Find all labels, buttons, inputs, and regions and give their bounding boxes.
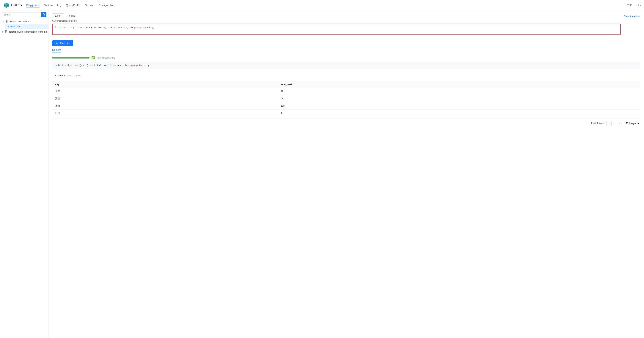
exec-time-label: Execution Time: (55, 74, 72, 77)
tree-sub-demo: ⊞ user_lab (0, 24, 48, 29)
sql-editor[interactable]: 1 select city, sum (cost) as total_cost … (52, 24, 621, 35)
tree-item-info-schema[interactable]: ▶ 🗄 default_cluster:information_schema (0, 29, 48, 34)
logo-text: DORIS (11, 3, 22, 7)
search-icon (42, 13, 45, 16)
result-table: city total_cost 北京37深圳111上海200广州30 (52, 81, 640, 117)
chevron-down-icon: ▾ (640, 4, 641, 6)
sql-cost-paren: (cost) (83, 26, 94, 29)
results-area: Results ✅ Run successfully select city, … (48, 48, 644, 338)
language-switch[interactable]: 中文 (627, 3, 632, 7)
nav-right-section: 中文 root ▾ (627, 3, 641, 7)
nav-playground[interactable]: Playground (26, 3, 40, 7)
search-button[interactable] (41, 12, 46, 17)
main-layout: ▼ 🗄 default_cluster:demo ⊞ user_lab ▶ 🗄 … (0, 10, 644, 338)
table-row: 北京37 (52, 88, 640, 95)
exec-time-value: 16 ms (74, 74, 81, 77)
editor-header: Editor Format Current Database: demo 1 s… (52, 13, 640, 35)
database-icon-info: 🗄 (5, 30, 8, 33)
search-bar (0, 10, 48, 19)
cell-city: 广州 (52, 109, 278, 117)
tree-label-demo: default_cluster:demo (9, 20, 32, 23)
table-icon-user-lab: ⊞ (8, 25, 9, 28)
pagination: Total 4 items ‹ 1 › 20 / page (52, 118, 640, 128)
prev-page-button[interactable]: ‹ (606, 121, 612, 126)
nav-system[interactable]: System (44, 3, 53, 7)
current-database-label: Current Database: demo (52, 19, 621, 22)
kw-from: from (114, 26, 120, 29)
tab-editor[interactable]: Editor (52, 13, 64, 18)
tree-label-info: default_cluster:information_schema (8, 30, 47, 33)
results-tab[interactable]: Results (52, 48, 61, 53)
editor-tab-bar: Editor Format (52, 13, 621, 18)
line-number: 1 (55, 26, 56, 33)
sql-echo: select city, sum (cost) as total_cost fr… (52, 62, 640, 69)
kw-as: as (94, 26, 96, 29)
tree-item-demo[interactable]: ▼ 🗄 default_cluster:demo (0, 19, 48, 24)
kw-sum: sum (78, 26, 82, 29)
sql-city2: city; (147, 26, 154, 29)
cell-city: 上海 (52, 102, 278, 109)
cell-city: 深圳 (52, 95, 278, 102)
top-navigation: DORIS Playground System Log QueryProfile… (0, 0, 644, 10)
editor-area: Editor Format Current Database: demo 1 s… (48, 10, 644, 38)
table-row: 广州30 (52, 109, 640, 117)
content-area: Editor Format Current Database: demo 1 s… (48, 10, 644, 338)
sql-total-cost: total_cost (98, 26, 114, 29)
next-page-button[interactable]: › (616, 121, 622, 126)
cell-total-cost: 30 (278, 109, 640, 117)
expand-arrow-info: ▶ (2, 31, 4, 33)
page-number: 1 (614, 122, 615, 125)
play-icon: ⏵ (56, 42, 58, 45)
progress-bar (52, 57, 90, 58)
result-tbody: 北京37深圳111上海200广州30 (52, 88, 640, 117)
execution-info: Execution Time: 16 ms (52, 72, 640, 79)
cell-city: 北京 (52, 88, 278, 95)
nav-log[interactable]: Log (57, 3, 62, 7)
col-city: city (52, 81, 278, 88)
page-size-select[interactable]: 20 / page (624, 121, 640, 125)
logo: DORIS (3, 2, 22, 8)
execute-button[interactable]: ⏵ Execute (52, 40, 73, 46)
nav-configuration[interactable]: Configuration (99, 3, 114, 7)
tree-item-user-lab[interactable]: ⊞ user_lab (5, 24, 48, 29)
editor-main: Editor Format Current Database: demo 1 s… (52, 13, 621, 35)
success-check-icon: ✅ (91, 56, 95, 59)
nav-session[interactable]: Session (85, 3, 94, 7)
table-header: city total_cost (52, 81, 640, 88)
search-input[interactable] (2, 12, 40, 17)
col-total-cost: total_cost (278, 81, 640, 88)
doris-logo-icon (3, 2, 10, 8)
clear-editor-button[interactable]: Clear the editor (621, 13, 640, 18)
tab-format[interactable]: Format (65, 13, 78, 18)
tree-label-user-lab: user_lab (10, 25, 20, 28)
database-icon: 🗄 (5, 20, 8, 23)
sql-table: user_lab (121, 26, 134, 29)
user-menu[interactable]: root ▾ (635, 4, 641, 6)
success-text: Run successfully (97, 56, 115, 59)
sql-city: city, (68, 26, 78, 29)
sidebar: ▼ 🗄 default_cluster:demo ⊞ user_lab ▶ 🗄 … (0, 10, 48, 338)
kw-group: group (134, 26, 142, 29)
kw-by: by (143, 26, 146, 29)
expand-arrow-demo: ▼ (2, 20, 4, 22)
cell-total-cost: 111 (278, 95, 640, 102)
kw-select: select (58, 26, 67, 29)
svg-line-2 (44, 15, 45, 16)
sql-code[interactable]: select city, sum (cost) as total_cost fr… (58, 26, 618, 33)
cell-total-cost: 200 (278, 102, 640, 109)
nav-queryprofile[interactable]: QueryProfile (66, 3, 80, 7)
table-row: 上海200 (52, 102, 640, 109)
execute-area: ⏵ Execute (48, 38, 644, 48)
table-row: 深圳111 (52, 95, 640, 102)
cell-total-cost: 37 (278, 88, 640, 95)
run-status: ✅ Run successfully (52, 56, 640, 59)
total-items: Total 4 items (591, 122, 604, 125)
